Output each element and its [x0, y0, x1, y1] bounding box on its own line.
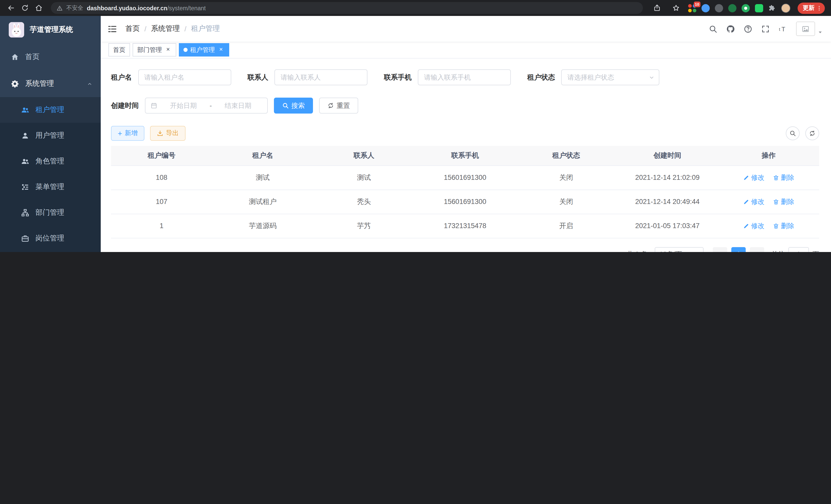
- extensions-puzzle-icon[interactable]: [768, 4, 776, 12]
- goto-page-input[interactable]: [789, 247, 809, 252]
- tenant-status-select[interactable]: [561, 69, 659, 85]
- app-title: 芋道管理系统: [30, 25, 73, 34]
- browser-menu-icon[interactable]: [816, 5, 822, 11]
- search-button-label: 搜索: [291, 101, 305, 110]
- table-row: 108 测试 测试 15601691300 关闭 2021-12-14 21:0…: [111, 166, 819, 189]
- export-button[interactable]: 导出: [150, 126, 185, 141]
- column-header: 联系人: [313, 146, 414, 166]
- date-start-placeholder: 开始日期: [159, 101, 208, 110]
- extension-icon[interactable]: 10: [688, 4, 696, 12]
- filter-mobile: 联系手机: [384, 69, 511, 85]
- extension-icon[interactable]: [755, 4, 763, 12]
- sidebar-item-dept[interactable]: 部门管理: [0, 200, 101, 226]
- home-icon: [10, 53, 19, 61]
- tag-label: 首页: [113, 46, 125, 54]
- navbar-actions: tT: [709, 22, 823, 36]
- reset-button[interactable]: 重置: [319, 98, 358, 114]
- table-row: 107 测试租户 秃头 15601691300 关闭 2021-12-14 20…: [111, 189, 819, 214]
- column-header: 操作: [718, 146, 819, 166]
- sidebar-toggle[interactable]: [107, 24, 117, 34]
- sidebar-item-home[interactable]: 首页: [0, 44, 101, 70]
- status-select-input[interactable]: [561, 69, 659, 85]
- refresh-table-button[interactable]: [805, 126, 819, 140]
- breadcrumb-item[interactable]: 系统管理: [151, 24, 180, 33]
- tag-tenant[interactable]: 租户管理×: [179, 43, 229, 57]
- tenant-name-input[interactable]: [138, 69, 231, 85]
- edit-button[interactable]: 修改: [743, 221, 765, 230]
- main-area: 首页 / 系统管理 / 租户管理 tT: [101, 16, 831, 252]
- svg-text:t: t: [779, 27, 780, 32]
- back-icon[interactable]: [4, 1, 18, 15]
- page-unit-label: 页: [812, 249, 819, 252]
- sidebar-item-menu[interactable]: 菜单管理: [0, 174, 101, 200]
- help-icon[interactable]: [744, 24, 752, 33]
- app-shell: 芋道管理系统 首页 系统管理 租户管理 用户管理: [0, 16, 831, 252]
- address-bar[interactable]: 不安全 dashboard.yudao.iocoder.cn/system/te…: [51, 2, 643, 14]
- page-size-select[interactable]: 10条/页: [655, 247, 704, 252]
- column-header: 联系手机: [414, 146, 516, 166]
- search-icon: [282, 102, 289, 109]
- cell-contact: 秃头: [313, 189, 414, 214]
- sidebar-item-system[interactable]: 系统管理: [0, 70, 101, 97]
- search-button[interactable]: 搜索: [274, 98, 313, 114]
- extension-badge: 10: [693, 1, 700, 7]
- share-icon[interactable]: [650, 1, 664, 15]
- edit-button[interactable]: 修改: [743, 197, 765, 206]
- trash-icon: [773, 174, 779, 181]
- close-icon[interactable]: ×: [165, 46, 172, 53]
- sidebar-item-label: 系统管理: [25, 79, 54, 88]
- sidebar-item-user[interactable]: 用户管理: [0, 123, 101, 148]
- reload-icon[interactable]: [18, 1, 32, 15]
- page-size-value: 10条/页: [659, 249, 682, 252]
- url-text: dashboard.yudao.iocoder.cn/system/tenant: [87, 5, 206, 11]
- plus-icon: +: [118, 129, 122, 137]
- sidebar-item-post[interactable]: 岗位管理: [0, 226, 101, 251]
- table-toolbar: + 新增 导出: [111, 126, 819, 141]
- extension-icon[interactable]: [715, 4, 723, 12]
- sidebar-item-label: 部门管理: [35, 208, 64, 217]
- add-button[interactable]: + 新增: [111, 126, 144, 141]
- edit-button[interactable]: 修改: [743, 173, 765, 182]
- extension-icon[interactable]: [701, 4, 710, 12]
- list-tree-icon: [21, 183, 29, 191]
- close-icon[interactable]: ×: [218, 46, 225, 53]
- toggle-search-button[interactable]: [786, 126, 800, 140]
- table-header-row: 租户编号 租户名 联系人 联系手机 租户状态 创建时间 操作: [111, 146, 819, 166]
- fullscreen-icon[interactable]: [761, 24, 770, 33]
- cell-tenant-name: 芋道源码: [212, 214, 314, 238]
- extension-icon[interactable]: [742, 4, 750, 12]
- delete-button[interactable]: 删除: [773, 173, 794, 182]
- contact-input[interactable]: [275, 69, 368, 85]
- sidebar-item-label: 首页: [25, 52, 39, 62]
- delete-button[interactable]: 删除: [773, 197, 794, 206]
- bookmark-star-icon[interactable]: [669, 1, 683, 15]
- pencil-icon: [743, 199, 749, 205]
- user-avatar-menu[interactable]: [796, 22, 823, 36]
- status-label: 租户状态: [527, 73, 555, 82]
- url-path: /system/tenant: [167, 5, 206, 11]
- next-page-button[interactable]: [750, 247, 764, 252]
- contact-label: 联系人: [248, 73, 268, 82]
- prev-page-button[interactable]: [713, 247, 727, 252]
- page-number-button[interactable]: 1: [731, 247, 746, 252]
- update-button[interactable]: 更新: [798, 2, 825, 13]
- filter-tenant-name: 租户名: [111, 69, 231, 85]
- tag-home[interactable]: 首页: [109, 43, 130, 57]
- browser-profile-avatar[interactable]: [781, 3, 791, 12]
- mobile-input[interactable]: [418, 69, 511, 85]
- sidebar-item-role[interactable]: 角色管理: [0, 148, 101, 174]
- breadcrumb-item[interactable]: 首页: [125, 24, 140, 33]
- delete-button[interactable]: 删除: [773, 221, 794, 230]
- sidebar-item-tenant[interactable]: 租户管理: [0, 97, 101, 123]
- app-logo[interactable]: 芋道管理系统: [0, 16, 101, 44]
- create-time-range-picker[interactable]: 开始日期 - 结束日期: [145, 98, 268, 114]
- tag-dept[interactable]: 部门管理×: [133, 43, 176, 57]
- extension-icon[interactable]: [728, 4, 737, 12]
- fontsize-icon[interactable]: tT: [779, 24, 787, 33]
- search-icon[interactable]: [709, 24, 717, 33]
- sidebar-item-dict[interactable]: 字典管理: [0, 251, 101, 252]
- sitemap-icon: [21, 209, 29, 217]
- tenant-table: 租户编号 租户名 联系人 联系手机 租户状态 创建时间 操作 108 测试: [111, 146, 819, 238]
- github-icon[interactable]: [726, 24, 735, 33]
- home-icon[interactable]: [32, 1, 46, 15]
